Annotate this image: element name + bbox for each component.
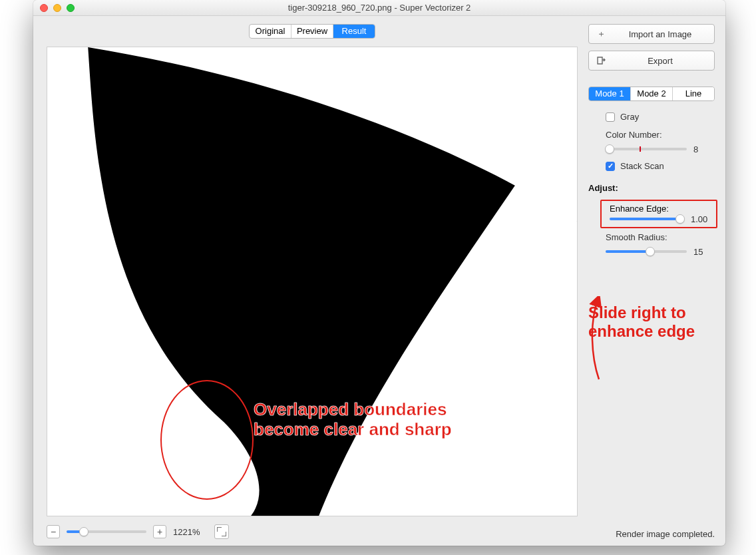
zoom-bar: − + 1221% — [47, 522, 578, 539]
enhance-edge-label: Enhance Edge: — [610, 204, 712, 214]
export-button[interactable]: Export — [588, 51, 715, 71]
right-panel: ＋ Import an Image Export Mode 1 Mode 2 L… — [586, 16, 725, 546]
window-title: tiger-309218_960_720.png - Super Vectori… — [33, 3, 725, 13]
zoom-in-button[interactable]: + — [153, 525, 166, 538]
import-button[interactable]: ＋ Import an Image — [588, 24, 715, 44]
app-window: tiger-309218_960_720.png - Super Vectori… — [33, 0, 725, 546]
enhance-edge-slider[interactable] — [610, 214, 684, 224]
color-number-block: Color Number: 8 — [588, 130, 715, 154]
smooth-radius-label: Smooth Radius: — [606, 232, 715, 242]
mode-2-tab[interactable]: Mode 2 — [631, 87, 673, 100]
enhance-edge-highlight: Enhance Edge: 1.00 — [600, 200, 717, 228]
smooth-radius-slider[interactable] — [606, 246, 687, 257]
fit-screen-button[interactable] — [214, 524, 229, 539]
export-label: Export — [613, 56, 707, 66]
plus-icon: ＋ — [596, 29, 606, 39]
color-number-tick — [640, 146, 641, 152]
gray-row: Gray — [588, 112, 715, 122]
stack-scan-label: Stack Scan — [620, 161, 664, 171]
zoom-out-button[interactable]: − — [47, 525, 60, 538]
annotation-ellipse — [160, 380, 254, 500]
export-icon — [596, 55, 606, 66]
gray-checkbox[interactable] — [606, 112, 615, 122]
gray-label: Gray — [620, 112, 639, 122]
mode-line-tab[interactable]: Line — [673, 87, 714, 100]
smooth-radius-value: 15 — [693, 247, 715, 257]
mode-tabs: Mode 1 Mode 2 Line — [588, 87, 715, 101]
annotation-canvas-text: Overlapped boundaries become clear and s… — [254, 400, 452, 440]
canvas-artwork — [47, 47, 577, 516]
color-number-slider[interactable] — [606, 144, 687, 154]
smooth-radius-block: Smooth Radius: 15 — [588, 232, 715, 257]
stack-scan-row: Stack Scan — [588, 161, 715, 171]
tab-result[interactable]: Result — [333, 25, 375, 38]
content-area: Original Preview Result Overlapped bound… — [33, 16, 725, 546]
color-number-value: 8 — [693, 144, 715, 154]
tab-original[interactable]: Original — [250, 25, 291, 38]
zoom-slider[interactable] — [67, 526, 146, 537]
titlebar: tiger-309218_960_720.png - Super Vectori… — [33, 0, 725, 16]
enhance-edge-value: 1.00 — [691, 214, 712, 224]
main-panel: Original Preview Result Overlapped bound… — [33, 16, 586, 546]
import-label: Import an Image — [613, 29, 707, 39]
tab-preview[interactable]: Preview — [291, 25, 333, 38]
mode-1-tab[interactable]: Mode 1 — [589, 87, 631, 100]
zoom-value: 1221% — [173, 527, 208, 537]
stack-scan-checkbox[interactable] — [606, 162, 615, 171]
canvas[interactable]: Overlapped boundaries become clear and s… — [47, 47, 578, 516]
annotation-panel-text: Slide right to enhance edge — [588, 303, 715, 340]
color-number-label: Color Number: — [606, 130, 715, 140]
adjust-title: Adjust: — [588, 183, 715, 193]
view-tabs: Original Preview Result — [249, 24, 375, 39]
status-text: Render image completed. — [588, 524, 715, 539]
